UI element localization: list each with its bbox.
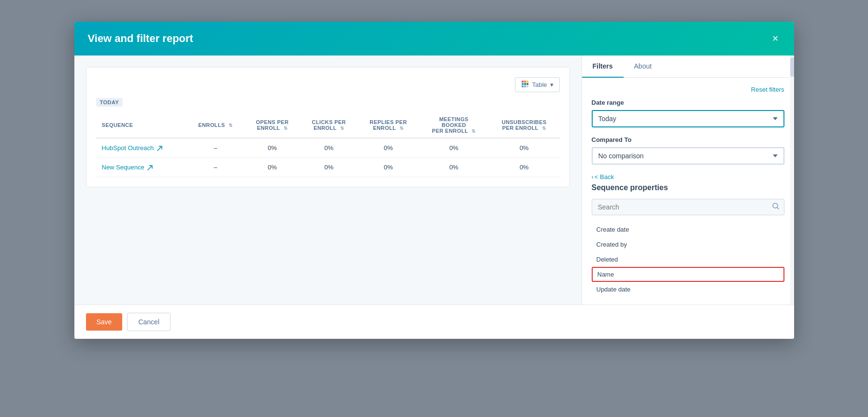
sequence-name-cell: New Sequence — [96, 158, 187, 177]
date-range-label: Date range — [592, 99, 784, 106]
table-row: New Sequence – 0% — [96, 158, 560, 177]
property-deleted[interactable]: Deleted — [592, 252, 784, 267]
sort-icon: ⇅ — [399, 125, 403, 131]
unsubscribes-cell: 0% — [489, 138, 560, 158]
dropdown-arrow-icon: ▾ — [550, 81, 554, 88]
clicks-cell: 0% — [300, 158, 357, 177]
property-create-date[interactable]: Create date — [592, 222, 784, 237]
property-created-by[interactable]: Created by — [592, 237, 784, 252]
col-sequence: SEQUENCE — [96, 112, 187, 138]
compared-to-select[interactable]: No comparison Previous period Same perio… — [592, 147, 784, 165]
col-replies[interactable]: REPLIES PERENROLL ⇅ — [357, 112, 419, 138]
opens-cell: 0% — [244, 158, 300, 177]
property-list: Create date Created by Deleted Name Upda… — [592, 222, 784, 297]
scrollbar-track — [790, 56, 794, 305]
search-input[interactable] — [592, 199, 784, 215]
compared-to-section: Compared To No comparison Previous perio… — [592, 136, 784, 165]
new-sequence-link[interactable]: New Sequence — [102, 164, 153, 171]
table-row: HubSpot Outreach – — [96, 138, 560, 158]
svg-rect-6 — [522, 85, 524, 87]
col-meetings[interactable]: MEETINGSBOOKEDPER ENROLL ⇅ — [419, 112, 489, 138]
svg-rect-1 — [524, 81, 526, 83]
hubspot-outreach-link[interactable]: HubSpot Outreach — [102, 144, 162, 152]
modal-dialog: View and filter report × — [74, 22, 794, 339]
external-link-icon — [146, 164, 153, 171]
modal-footer: Save Cancel — [74, 305, 794, 339]
chevron-left-icon: ‹ — [592, 173, 594, 181]
modal-title: View and filter report — [88, 32, 193, 45]
enrolls-cell: – — [186, 138, 244, 158]
report-card: Table ▾ TODAY SEQUENCE ENROLLS ⇅ — [86, 67, 570, 187]
svg-rect-8 — [526, 85, 528, 87]
reset-filters-container: Reset filters — [592, 85, 784, 93]
sort-icon: ⇅ — [228, 123, 232, 128]
modal-body: Table ▾ TODAY SEQUENCE ENROLLS ⇅ — [74, 56, 794, 305]
tabs: Filters About — [582, 56, 794, 78]
enrolls-cell: – — [186, 158, 244, 177]
sort-icon: ⇅ — [340, 125, 344, 131]
col-unsubscribes[interactable]: UNSUBSCRIBESPER ENROLL ⇅ — [489, 112, 560, 138]
sequence-properties-heading: Sequence properties — [592, 183, 784, 192]
meetings-cell: 0% — [419, 158, 489, 177]
col-clicks[interactable]: CLICKS PERENROLL ⇅ — [300, 112, 357, 138]
svg-rect-5 — [526, 83, 528, 85]
svg-rect-2 — [526, 81, 528, 83]
modal-header: View and filter report × — [74, 22, 794, 56]
replies-cell: 0% — [357, 138, 419, 158]
sort-icon: ⇅ — [471, 128, 475, 134]
table-button-label: Table — [532, 81, 547, 88]
sequence-name-cell: HubSpot Outreach — [96, 138, 187, 158]
tab-filters[interactable]: Filters — [582, 56, 624, 78]
scrollbar-thumb — [790, 57, 794, 77]
clicks-cell: 0% — [300, 138, 357, 158]
save-button[interactable]: Save — [86, 313, 123, 331]
reset-filters-link[interactable]: Reset filters — [751, 86, 784, 93]
svg-rect-0 — [522, 81, 524, 83]
sort-icon: ⇅ — [542, 125, 546, 131]
search-box — [592, 199, 784, 215]
property-update-date[interactable]: Update date — [592, 282, 784, 297]
external-link-icon — [156, 144, 162, 152]
grid-icon — [521, 80, 529, 89]
replies-cell: 0% — [357, 158, 419, 177]
col-opens[interactable]: OPENS PERENROLL ⇅ — [244, 112, 300, 138]
content-area: Table ▾ TODAY SEQUENCE ENROLLS ⇅ — [74, 56, 582, 305]
filters-panel: Reset filters Date range Today Yesterday… — [582, 78, 794, 305]
compared-to-label: Compared To — [592, 136, 784, 143]
date-range-select[interactable]: Today Yesterday Last 7 days Last 30 days… — [592, 110, 784, 127]
sidebar: Filters About Reset filters Date range — [582, 56, 794, 305]
svg-rect-4 — [524, 83, 526, 85]
back-link[interactable]: ‹ < Back — [592, 173, 784, 181]
unsubscribes-cell: 0% — [489, 158, 560, 177]
property-name[interactable]: Name — [592, 267, 784, 282]
meetings-cell: 0% — [419, 138, 489, 158]
sort-icon: ⇅ — [284, 125, 287, 131]
today-badge: TODAY — [96, 98, 123, 107]
cancel-button[interactable]: Cancel — [127, 313, 171, 331]
close-button[interactable]: × — [770, 31, 781, 46]
data-table: SEQUENCE ENROLLS ⇅ OPENS PERENROLL ⇅ CLI… — [96, 112, 560, 177]
tab-about[interactable]: About — [624, 56, 663, 78]
opens-cell: 0% — [244, 138, 300, 158]
svg-rect-7 — [524, 85, 526, 87]
date-range-section: Date range Today Yesterday Last 7 days L… — [592, 99, 784, 127]
table-toolbar: Table ▾ — [96, 77, 560, 92]
col-enrolls[interactable]: ENROLLS ⇅ — [186, 112, 244, 138]
table-view-button[interactable]: Table ▾ — [515, 77, 559, 92]
svg-rect-3 — [522, 83, 524, 85]
search-icon-button[interactable] — [772, 202, 780, 212]
modal-overlay: View and filter report × — [0, 0, 868, 417]
